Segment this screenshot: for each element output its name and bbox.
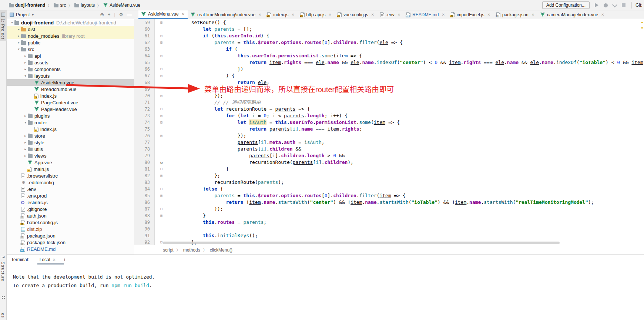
- editor-tab[interactable]: vue.config.js✕: [335, 10, 377, 19]
- tree-item[interactable]: .gitignore: [7, 206, 134, 212]
- close-icon[interactable]: ✕: [291, 13, 294, 17]
- git-menu[interactable]: Git:: [631, 2, 644, 9]
- recursive-call-icon[interactable]: ↻: [155, 159, 168, 166]
- editor-breadcrumb-item[interactable]: clickMenu(): [210, 247, 232, 253]
- tree-item[interactable]: ⚙.editorconfig: [7, 179, 134, 186]
- code-line[interactable]: 70⊟ });: [134, 92, 644, 99]
- code-line[interactable]: 69 }: [134, 86, 644, 92]
- close-icon[interactable]: ✕: [398, 13, 400, 17]
- error-stripe-mark[interactable]: [641, 27, 643, 28]
- fold-marker-icon[interactable]: ⊟: [155, 39, 168, 46]
- editor-tab[interactable]: cameraManage\index.vue✕: [537, 10, 607, 19]
- code-line[interactable]: 60 let parents = [];: [134, 26, 644, 33]
- code-line[interactable]: 77 parents[i].meta.auth = isAuth;: [134, 139, 644, 146]
- fold-marker-icon[interactable]: ⊟: [155, 66, 168, 73]
- tree-item[interactable]: ▸dist: [7, 26, 134, 33]
- tree-item[interactable]: PageContent.vue: [7, 99, 134, 106]
- tree-item[interactable]: index.js: [7, 126, 134, 132]
- code-line[interactable]: 65 return item.rights === ele.name && el…: [134, 59, 644, 66]
- tree-expand-chevron-icon[interactable]: ▸: [23, 141, 28, 144]
- code-line[interactable]: 62⊟ parents = this.$router.options.route…: [134, 39, 644, 46]
- tree-item[interactable]: ▸store: [7, 132, 134, 139]
- close-icon[interactable]: ✕: [601, 13, 604, 17]
- tree-item[interactable]: ▸utils: [7, 146, 134, 152]
- close-icon[interactable]: ✕: [442, 13, 445, 17]
- fold-marker-icon[interactable]: ⊟: [155, 106, 168, 112]
- terminal-tab-local[interactable]: Local ✕: [39, 255, 57, 265]
- code-line[interactable]: 66⊟ }): [134, 66, 644, 73]
- tree-collapse-chevron-icon[interactable]: ▾: [16, 47, 21, 51]
- fold-marker-icon[interactable]: ⊟: [155, 33, 168, 39]
- tree-expand-chevron-icon[interactable]: ▸: [23, 147, 28, 151]
- code-editor[interactable]: 59⊟ setRoute() {60 let parents = [];61⊟ …: [134, 19, 644, 245]
- close-icon[interactable]: ✕: [531, 13, 534, 17]
- tree-item[interactable]: ▸api: [7, 53, 134, 59]
- tree-item[interactable]: ▾src: [7, 46, 134, 53]
- code-line[interactable]: 82⊟ };: [134, 172, 644, 179]
- fold-marker-icon[interactable]: ⊟: [155, 206, 168, 212]
- tree-expand-chevron-icon[interactable]: ▸: [16, 41, 21, 44]
- code-line[interactable]: 74⊟ let isAuth = this.userInfo.permissio…: [134, 119, 644, 126]
- tree-item[interactable]: ▸node_moduleslibrary root: [7, 33, 134, 39]
- tree-item[interactable]: ▾layouts: [7, 73, 134, 79]
- close-icon[interactable]: ✕: [329, 13, 332, 17]
- code-line[interactable]: 71 // // 递归权限路由: [134, 99, 644, 106]
- code-line[interactable]: 75 return parents[i].name === item.right…: [134, 126, 644, 132]
- editor-tab[interactable]: realTimeMonitoring\index.vue✕: [188, 10, 264, 19]
- editor-breadcrumb-item[interactable]: methods: [183, 247, 200, 253]
- tree-item[interactable]: ▸assets: [7, 59, 134, 66]
- tree-expand-chevron-icon[interactable]: ▸: [23, 134, 28, 138]
- editor-tab[interactable]: index.js✕: [264, 10, 297, 19]
- tree-item[interactable]: PageHeader.vue: [7, 106, 134, 112]
- editor-tab[interactable]: http-api.js✕: [298, 10, 335, 19]
- new-terminal-button[interactable]: +: [63, 257, 66, 263]
- tree-item[interactable]: .eslintrc.js: [7, 199, 134, 206]
- collapse-all-icon[interactable]: ÷: [108, 12, 110, 17]
- tree-item[interactable]: ▸style: [7, 139, 134, 146]
- tree-expand-chevron-icon[interactable]: ▸: [23, 114, 28, 118]
- code-line[interactable]: 79 parents[i].children.length > 0 &&: [134, 152, 644, 159]
- tree-collapse-chevron-icon[interactable]: ▾: [23, 74, 28, 78]
- run-icon[interactable]: [595, 3, 598, 7]
- editor-tab[interactable]: .env✕: [377, 10, 403, 19]
- fold-marker-icon[interactable]: ⊟: [155, 92, 168, 99]
- code-line[interactable]: 87⊟ });: [134, 206, 644, 212]
- error-stripe-mark[interactable]: [641, 22, 643, 23]
- code-line[interactable]: 81⊟ }: [134, 166, 644, 172]
- tree-item[interactable]: dist.zip: [7, 226, 134, 232]
- stop-icon[interactable]: [622, 3, 625, 7]
- code-line[interactable]: 89 this.routes = parents;: [134, 219, 644, 226]
- fold-marker-icon[interactable]: ⊟: [155, 166, 168, 172]
- run-coverage-icon[interactable]: [612, 2, 617, 7]
- fold-marker-icon[interactable]: ⊟: [155, 53, 168, 59]
- tree-expand-chevron-icon[interactable]: ▸: [23, 154, 28, 158]
- tool-button-project[interactable]: 1: Project: [1, 18, 5, 39]
- terminal-output[interactable]: Note that the development build is not o…: [7, 265, 644, 290]
- code-line[interactable]: 84⊟ }else {: [134, 186, 644, 192]
- fold-marker-icon[interactable]: ⊟: [155, 192, 168, 199]
- close-icon[interactable]: ✕: [371, 13, 374, 17]
- tool-button-structure[interactable]: 7: Structure: [1, 256, 5, 282]
- editor-tab[interactable]: AsideMenu.vue✕: [138, 10, 188, 19]
- tree-item[interactable]: AsideMenu.vue: [7, 79, 134, 86]
- code-line[interactable]: 90: [134, 226, 644, 232]
- code-line[interactable]: 78 parents[i].children &&: [134, 146, 644, 152]
- code-line[interactable]: 88⊟ }: [134, 212, 644, 219]
- tree-item[interactable]: ▾duoji-frontendD:\zheheWeb\duoji-fronten…: [7, 19, 134, 26]
- tree-expand-chevron-icon[interactable]: ▸: [23, 54, 28, 58]
- tree-item[interactable]: ▸views: [7, 152, 134, 159]
- editor-tab[interactable]: importExcel.js✕: [448, 10, 493, 19]
- fold-marker-icon[interactable]: ⊟: [155, 132, 168, 139]
- tree-item[interactable]: ▸components: [7, 66, 134, 73]
- tree-item[interactable]: ▸plugins: [7, 112, 134, 119]
- fold-marker-icon[interactable]: ⊟: [155, 119, 168, 126]
- tree-expand-chevron-icon[interactable]: ▸: [23, 61, 28, 64]
- code-line[interactable]: 68 return ele;: [134, 79, 644, 86]
- editor-breadcrumb-item[interactable]: script: [163, 247, 174, 253]
- breadcrumb-item[interactable]: duoji-frontend: [9, 3, 45, 8]
- code-line[interactable]: 86 return !item.name.startsWith("center"…: [134, 199, 644, 206]
- fold-marker-icon[interactable]: ⊟: [155, 19, 168, 26]
- code-line[interactable]: 73⊟ for (let i = 0; i < parents.length; …: [134, 112, 644, 119]
- code-line[interactable]: 63 if (: [134, 46, 644, 53]
- tree-item[interactable]: babel.config.js: [7, 219, 134, 226]
